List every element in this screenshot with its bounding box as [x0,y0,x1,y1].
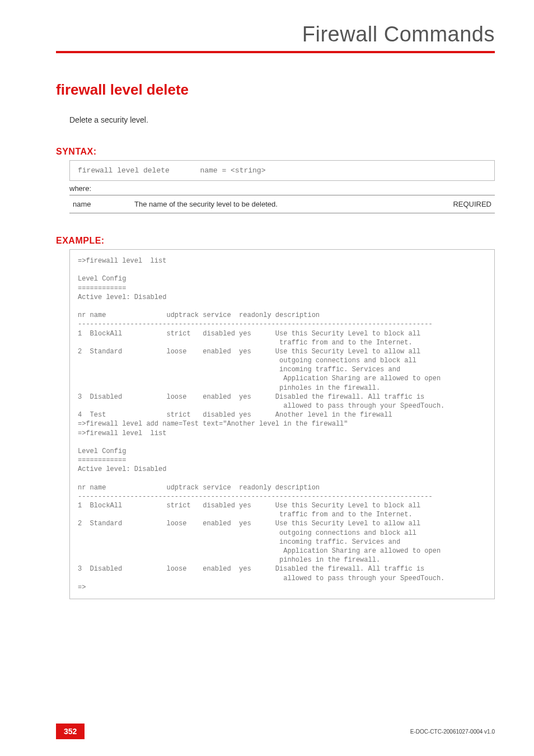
header-rule [56,51,495,53]
param-desc: The name of the security level to be del… [131,195,439,213]
example-code: =>firewall level list Level Config =====… [69,249,495,599]
table-row: name The name of the security level to b… [69,195,495,213]
param-name: name [69,195,131,213]
param-required: REQUIRED [439,195,495,213]
syntax-label: SYNTAX: [56,147,495,157]
footer: 352 E-DOC-CTC-20061027-0004 v1.0 [56,724,495,739]
param-table: name The name of the security level to b… [69,195,495,213]
where-label: where: [69,184,495,193]
doc-id: E-DOC-CTC-20061027-0004 v1.0 [410,729,495,735]
command-title: firewall level delete [56,81,495,99]
running-title: Firewall Commands [56,22,495,46]
syntax-code: firewall level delete name = <string> [69,160,495,181]
page: Firewall Commands firewall level delete … [0,0,534,756]
page-number: 352 [56,724,85,739]
example-label: EXAMPLE: [56,236,495,246]
command-description: Delete a security level. [69,115,495,124]
